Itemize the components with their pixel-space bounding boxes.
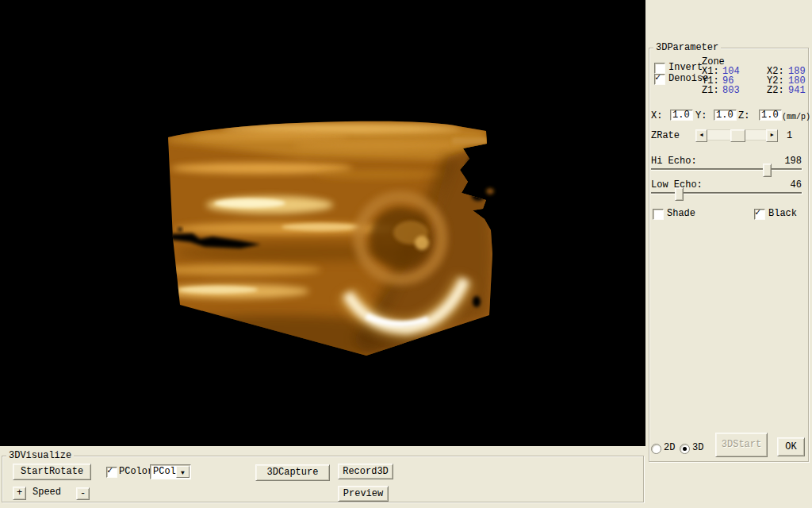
- pcolor-dropdown[interactable]: PColor ▼: [150, 464, 191, 479]
- mode-2d-radio[interactable]: [651, 444, 661, 454]
- speed-label: Speed: [33, 487, 61, 498]
- start-rotate-button[interactable]: StartRotate: [13, 464, 91, 480]
- scale-y-input[interactable]: [714, 110, 737, 121]
- parameter-panel: 3DParameter ✓ Invert ✓ Denoise Zone X1: …: [645, 0, 812, 508]
- low-echo-value: 46: [783, 180, 802, 190]
- pcolor-checkbox[interactable]: ✓: [106, 467, 117, 478]
- scale-x-label: X:: [651, 111, 662, 121]
- visualize-groupbox: 3DVisualize StartRotate + Speed - ✓ PCol…: [2, 456, 644, 502]
- low-echo-slider-thumb[interactable]: [675, 187, 684, 201]
- volume-render: [0, 0, 645, 446]
- zone-z2-label: Z2:: [767, 86, 784, 96]
- scale-unit-label: (mm/p): [782, 112, 810, 122]
- mode-2d-label: 2D: [664, 443, 675, 453]
- visualize-group-title: 3DVisualize: [6, 451, 74, 461]
- zrate-scroll-right-icon[interactable]: ►: [766, 129, 778, 142]
- zrate-value: 1: [787, 131, 792, 141]
- ok-button[interactable]: OK: [777, 437, 805, 456]
- zrate-scrollbar[interactable]: ◄ ►: [695, 129, 778, 140]
- radio-dot-icon: [683, 447, 687, 451]
- render-viewport[interactable]: [0, 0, 645, 446]
- visualize-panel: 3DVisualize StartRotate + Speed - ✓ PCol…: [0, 446, 645, 508]
- shade-label: Shade: [667, 209, 695, 219]
- parameter-group-title: 3DParameter: [653, 43, 721, 53]
- zrate-label: ZRate: [651, 131, 680, 141]
- zone-z1-value: 803: [722, 86, 740, 96]
- zone-z2-value: 941: [788, 86, 806, 96]
- zone-z1-label: Z1:: [702, 86, 719, 96]
- 3dstart-button[interactable]: 3DStart: [715, 433, 768, 457]
- preview-button[interactable]: Preview: [338, 486, 389, 502]
- 3dcapture-button[interactable]: 3DCapture: [255, 464, 330, 481]
- zrate-scroll-left-icon[interactable]: ◄: [695, 129, 707, 142]
- shade-checkbox[interactable]: ✓: [653, 209, 664, 220]
- hi-echo-label: Hi Echo:: [651, 156, 697, 167]
- black-checkbox[interactable]: ✓: [754, 209, 765, 220]
- hi-echo-slider-track[interactable]: [651, 168, 802, 171]
- scale-y-label: Y:: [695, 111, 707, 121]
- dropdown-arrow-icon[interactable]: ▼: [176, 466, 190, 478]
- scale-x-input[interactable]: [670, 110, 693, 121]
- record3d-button[interactable]: Record3D: [338, 464, 393, 479]
- mode-3d-radio[interactable]: [680, 444, 690, 454]
- pcolor-label: PColor: [119, 467, 153, 477]
- low-echo-slider-track[interactable]: [651, 192, 802, 194]
- hi-echo-slider-thumb[interactable]: [763, 164, 772, 177]
- scale-z-label: Z:: [738, 111, 749, 121]
- black-label: Black: [768, 209, 797, 219]
- scale-z-input[interactable]: [759, 110, 782, 121]
- mode-3d-label: 3D: [692, 443, 703, 453]
- check-icon: ✓: [755, 207, 760, 218]
- zrate-scrollbar-thumb[interactable]: [730, 129, 745, 142]
- invert-label: Invert: [668, 63, 703, 73]
- speed-plus-button[interactable]: +: [13, 487, 26, 500]
- denoise-checkbox[interactable]: ✓: [654, 74, 665, 85]
- hi-echo-value: 198: [783, 156, 802, 167]
- check-icon: ✓: [107, 465, 113, 476]
- parameter-groupbox: 3DParameter ✓ Invert ✓ Denoise Zone X1: …: [649, 48, 809, 462]
- speed-minus-button[interactable]: -: [76, 487, 90, 500]
- check-icon: ✓: [655, 72, 661, 83]
